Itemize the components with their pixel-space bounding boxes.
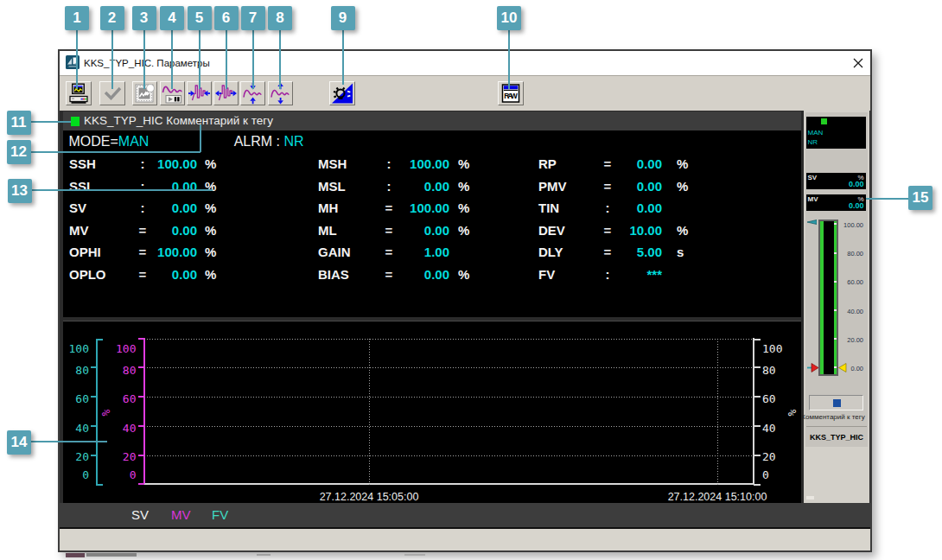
callout-line-8 [279, 30, 281, 89]
axis-tick-fv [91, 425, 97, 427]
gauge-pointer-red [807, 363, 819, 372]
param-row-dly: DLY=5.00s [63, 245, 801, 259]
axis-tick-sv [754, 396, 761, 398]
legend-mv[interactable]: MV [171, 508, 191, 522]
callout-line-12 [31, 151, 201, 153]
faceplate-divider [806, 426, 867, 427]
trend-gridline-h [144, 397, 754, 398]
gauge-scale-label: 40.00 [829, 308, 863, 316]
param-value: 5.00 [593, 245, 662, 259]
page-artifact [257, 554, 271, 556]
faceplate-sv-box: SV % 0.00 [806, 173, 866, 189]
mv-axis-unit: % [99, 410, 112, 417]
title-bar: KKS_TYP_HIC. Параметры [60, 51, 870, 75]
callout-badge-1[interactable]: 1 [65, 6, 89, 30]
trend-plot-area[interactable] [143, 338, 754, 485]
alarm-color-settings-button[interactable] [329, 81, 355, 105]
trend-gridline-h [144, 426, 754, 427]
axis-tick-mv [138, 396, 144, 398]
trend-gridline-v [369, 339, 370, 485]
fv-axis-label: 100 [54, 343, 89, 355]
callout-badge-15[interactable]: 15 [908, 186, 932, 210]
raw-data-button[interactable]: RAW [498, 81, 524, 105]
page-artifact [404, 554, 425, 556]
param-value: 0.00 [593, 201, 662, 215]
axis-flare [754, 339, 761, 340]
trend-panel[interactable]: 100806040200100806040200100806040200%%27… [63, 321, 801, 503]
faceplate-mode-box: MAN NR [806, 117, 866, 149]
legend-sv[interactable]: SV [131, 508, 149, 522]
callout-badge-10[interactable]: 10 [497, 6, 521, 30]
axis-tick-fv [91, 396, 97, 398]
mv-axis-label: 80 [102, 365, 137, 377]
callout-line-2 [111, 30, 113, 89]
sv-label: SV [808, 174, 818, 181]
fv-axis-label: 60 [54, 393, 89, 405]
tag-title: KKS_TYP_HIC Комментарий к тегу [84, 111, 273, 130]
param-row-pmv: PMV=0.00% [63, 180, 801, 194]
param-unit: % [677, 224, 688, 238]
legend-fv[interactable]: FV [212, 508, 228, 522]
gauge-bar-left [820, 221, 824, 374]
axis-tick-mv [138, 483, 144, 485]
param-unit: % [677, 157, 688, 171]
mv-value: 0.00 [849, 201, 864, 210]
callout-line-9 [342, 30, 344, 85]
bar-gauge [818, 220, 838, 376]
callout-badge-9[interactable]: 9 [331, 6, 355, 30]
trend-legend: SV MV FV [60, 503, 870, 527]
param-label: FV [538, 268, 555, 282]
callout-badge-13[interactable]: 13 [8, 179, 32, 203]
faceplate-mode: MAN [808, 129, 824, 137]
callout-badge-6[interactable]: 6 [214, 6, 239, 30]
axis-tick-fv [91, 455, 97, 456]
callout-line-6 [226, 30, 227, 89]
trend-gridline-h [144, 455, 754, 456]
sv-value: 0.00 [849, 180, 864, 188]
param-value: 0.00 [593, 180, 662, 194]
axis-tick-sv [754, 366, 761, 368]
raw-icon: RAW [499, 82, 523, 105]
param-row-fv: FV:*** [63, 268, 801, 282]
mv-label: MV [808, 195, 818, 203]
gauge-pointer-top [807, 220, 817, 225]
axis-flare [754, 484, 761, 486]
param-value: *** [593, 268, 662, 282]
callout-badge-14[interactable]: 14 [7, 430, 31, 455]
mv-axis-label: 60 [102, 393, 137, 405]
mode-row: MODE=MAN [69, 134, 150, 150]
close-icon[interactable] [852, 57, 864, 69]
window-title: KKS_TYP_HIC. Параметры [84, 51, 210, 75]
fv-axis-label: 20 [54, 451, 89, 463]
callout-line-10 [508, 30, 510, 89]
param-row-tin: TIN:0.00 [63, 201, 801, 215]
callout-badge-5[interactable]: 5 [188, 6, 212, 30]
trend-gridline-h [144, 339, 754, 340]
callout-badge-3[interactable]: 3 [132, 6, 156, 30]
callout-badge-12[interactable]: 12 [7, 140, 31, 164]
callout-line-4 [171, 30, 173, 89]
print-button[interactable] [66, 81, 92, 105]
faceplate-alarm: NR [808, 138, 818, 146]
trend-gridline-h [144, 367, 754, 368]
callout-badge-4[interactable]: 4 [160, 6, 184, 30]
faceplate-mode-button[interactable] [809, 395, 863, 410]
param-label: DLY [538, 245, 563, 259]
callout-badge-2[interactable]: 2 [100, 6, 124, 30]
faceplate-grip [806, 496, 814, 500]
mode-button-square [833, 399, 841, 407]
param-unit: % [677, 180, 688, 194]
toolbar: RAW [60, 75, 870, 111]
callout-badge-8[interactable]: 8 [268, 6, 292, 30]
param-value: 10.00 [593, 224, 662, 238]
param-label: RP [538, 157, 557, 171]
callout-badge-7[interactable]: 7 [241, 6, 265, 30]
param-label: TIN [538, 201, 559, 215]
faceplate-mv-box: MV % 0.00 [806, 194, 866, 211]
sv-axis-label: 100 [762, 343, 797, 355]
gauge-scale-label: 60.00 [829, 278, 863, 287]
callout-line-7 [252, 30, 254, 89]
param-unit: s [677, 245, 684, 259]
callout-badge-11[interactable]: 11 [7, 111, 31, 135]
parameters-window: KKS_TYP_HIC. Параметры [58, 49, 872, 552]
